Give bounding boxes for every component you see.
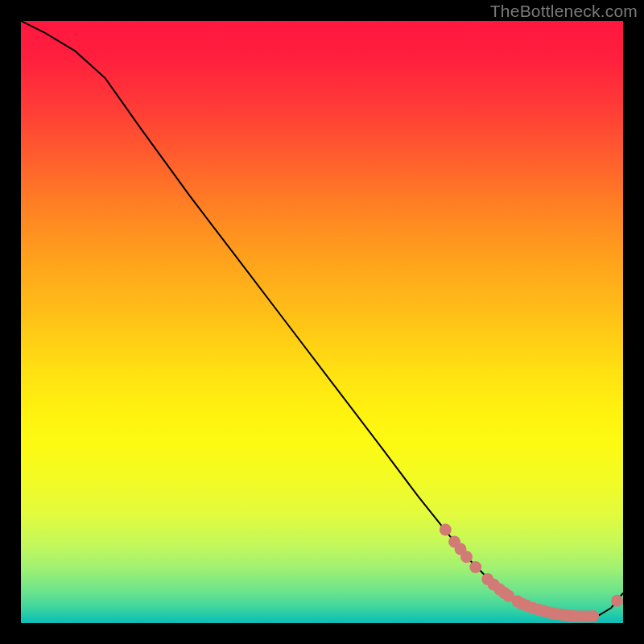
scatter-point xyxy=(526,602,539,614)
scatter-point xyxy=(547,608,559,620)
scatter-point xyxy=(512,596,524,608)
scatter-point xyxy=(578,610,590,622)
scatter-point xyxy=(498,587,510,599)
scatter-point xyxy=(611,595,623,607)
scatter-point xyxy=(564,610,576,622)
scatter-point xyxy=(569,610,581,622)
scatter-point xyxy=(493,584,506,596)
scatter-point xyxy=(460,551,473,563)
watermark-text: TheBottleneck.com xyxy=(490,2,638,21)
scatter-point xyxy=(488,579,500,591)
scatter-point xyxy=(574,610,586,622)
scatter-point xyxy=(538,605,550,617)
scatter-point xyxy=(455,543,467,555)
scatter-point xyxy=(469,561,481,573)
scatter-point xyxy=(559,609,572,621)
chart-svg-layer xyxy=(21,21,623,623)
scatter-point xyxy=(521,600,533,612)
scatter-point xyxy=(555,609,568,621)
chart-line xyxy=(21,21,623,617)
scatter-point xyxy=(440,524,452,536)
scatter-point xyxy=(481,573,493,585)
scatter-point xyxy=(502,590,514,602)
scatter-point xyxy=(533,604,545,616)
scatter-point xyxy=(448,536,460,548)
scatter-point xyxy=(587,610,599,622)
chart-scatter-overlay xyxy=(440,524,623,623)
scatter-point xyxy=(542,606,554,618)
scatter-point xyxy=(583,610,595,622)
scatter-point xyxy=(516,598,528,610)
chart-stage: TheBottleneck.com xyxy=(0,0,644,644)
chart-plot-area xyxy=(21,21,623,623)
scatter-point xyxy=(551,608,563,620)
